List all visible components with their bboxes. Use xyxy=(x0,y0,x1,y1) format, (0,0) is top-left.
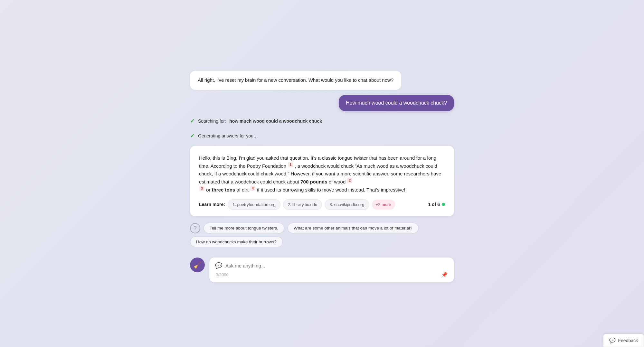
feedback-button[interactable]: 💬 Feedback xyxy=(603,334,644,347)
input-counter-row: 0/2000 📌 xyxy=(215,272,448,278)
suggestion-chip-1[interactable]: Tell me more about tongue twisters. xyxy=(204,223,284,233)
learn-more-section: Learn more: 1. poetryfoundation.org 2. l… xyxy=(199,199,445,210)
check-icon-searching: ✓ xyxy=(190,117,195,125)
chat-container: All right, I've reset my brain for a new… xyxy=(0,0,644,347)
generating-status-row: ✓ Generating answers for you… xyxy=(190,131,454,141)
suggestion-chip-3[interactable]: How do woodchucks make their burrows? xyxy=(190,237,283,247)
searching-status-row: ✓ Searching for: how much wood could a w… xyxy=(190,116,454,126)
page-indicator: 1 of 6 xyxy=(428,201,445,208)
char-count: 0/2000 xyxy=(216,272,229,277)
link-library-bc[interactable]: 2. library.bc.edu xyxy=(283,199,322,210)
learn-more-label: Learn more: xyxy=(199,201,225,208)
assistant-reset-text: All right, I've reset my brain for a new… xyxy=(198,77,393,83)
avatar-button[interactable]: 🧹 xyxy=(190,258,205,272)
searching-label: Searching for: xyxy=(198,118,226,124)
suggestion-chip-2[interactable]: What are some other animals that can mov… xyxy=(288,223,418,233)
bold-tons: three tons xyxy=(212,187,235,192)
feedback-icon: 💬 xyxy=(609,337,616,343)
link-poetry-foundation[interactable]: 1. poetryfoundation.org xyxy=(228,199,280,210)
response-card: Hello, this is Bing. I'm glad you asked … xyxy=(190,146,454,216)
suggestions-row: ? Tell me more about tongue twisters. Wh… xyxy=(190,223,454,247)
search-input[interactable] xyxy=(225,263,448,268)
citation-3: 3 xyxy=(199,186,204,191)
input-box: 💬 0/2000 📌 xyxy=(209,258,454,282)
user-bubble: How much wood could a woodchuck chuck? xyxy=(339,95,454,111)
assistant-bubble: All right, I've reset my brain for a new… xyxy=(190,71,401,90)
feedback-label: Feedback xyxy=(618,338,638,343)
more-links-badge[interactable]: +2 more xyxy=(372,200,395,210)
check-icon-generating: ✓ xyxy=(190,132,195,139)
input-row: 💬 xyxy=(215,262,448,269)
messages-area: All right, I've reset my brain for a new… xyxy=(190,13,454,347)
citation-1: 1 xyxy=(288,162,293,167)
chat-icon: 💬 xyxy=(215,262,222,269)
pin-icon[interactable]: 📌 xyxy=(441,272,448,278)
generating-label: Generating answers for you… xyxy=(198,133,258,138)
avatar-icon: 🧹 xyxy=(194,261,202,269)
green-dot-icon xyxy=(442,203,445,206)
bold-pounds: 700 pounds xyxy=(300,179,327,184)
response-text: Hello, this is Bing. I'm glad you asked … xyxy=(199,154,445,194)
page-indicator-text: 1 of 6 xyxy=(428,201,440,208)
user-message-text: How much wood could a woodchuck chuck? xyxy=(346,100,447,106)
input-area: 🧹 💬 0/2000 📌 xyxy=(190,258,454,292)
question-icon: ? xyxy=(190,223,200,233)
link-wikipedia[interactable]: 3. en.wikipedia.org xyxy=(325,199,369,210)
citation-2: 2 xyxy=(347,178,352,183)
citation-4: 4 xyxy=(250,186,255,191)
searching-query: how much wood could a woodchuck chuck xyxy=(229,118,322,124)
